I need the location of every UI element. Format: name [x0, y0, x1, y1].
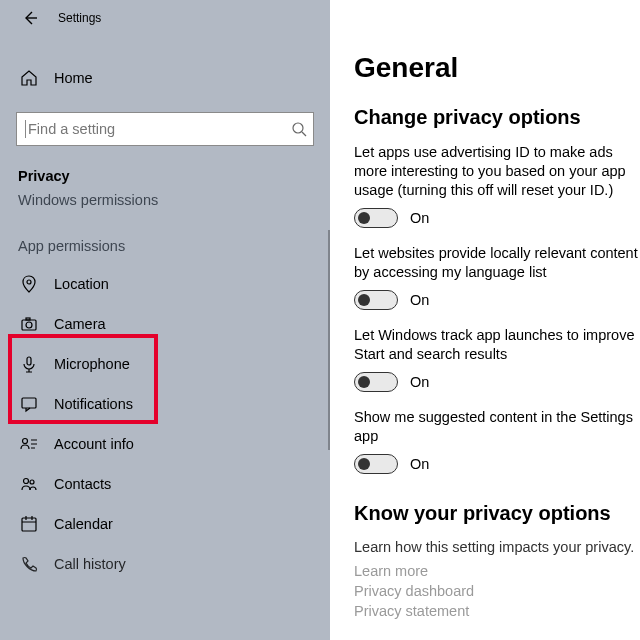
svg-point-1: [27, 280, 31, 284]
sidebar-item-label: Microphone: [54, 356, 130, 372]
section-heading: Change privacy options: [354, 106, 640, 129]
sidebar-item-notifications[interactable]: Notifications: [16, 384, 314, 424]
sidebar-item-camera[interactable]: Camera: [16, 304, 314, 344]
sidebar-item-label: Account info: [54, 436, 134, 452]
option-desc: Let apps use advertising ID to make ads …: [354, 143, 640, 200]
sidebar-item-label: Location: [54, 276, 109, 292]
svg-rect-10: [22, 518, 36, 531]
phone-icon: [18, 555, 40, 573]
svg-point-0: [293, 123, 303, 133]
sidebar-item-label: Calendar: [54, 516, 113, 532]
sidebar: Settings Home Privacy Windows permission…: [0, 0, 330, 640]
location-icon: [18, 275, 40, 293]
category-heading: Privacy: [0, 146, 330, 186]
main-content: General Change privacy options Let apps …: [330, 0, 640, 640]
toggle-state: On: [410, 292, 429, 308]
svg-rect-6: [22, 398, 36, 408]
search-input[interactable]: [28, 121, 291, 137]
back-button[interactable]: [16, 4, 44, 32]
option-desc: Let websites provide locally relevant co…: [354, 244, 640, 282]
sidebar-item-label: Notifications: [54, 396, 133, 412]
sidebar-item-call-history[interactable]: Call history: [16, 544, 314, 584]
scrollbar[interactable]: [328, 230, 330, 450]
svg-point-7: [23, 439, 28, 444]
section-app-permissions: App permissions: [0, 208, 330, 258]
calendar-icon: [18, 515, 40, 533]
microphone-icon: [18, 355, 40, 373]
svg-point-9: [30, 480, 34, 484]
arrow-left-icon: [22, 10, 38, 26]
svg-point-8: [24, 479, 29, 484]
sidebar-item-calendar[interactable]: Calendar: [16, 504, 314, 544]
sidebar-item-label: Call history: [54, 556, 126, 572]
window-title: Settings: [58, 11, 101, 25]
toggle-state: On: [410, 456, 429, 472]
link-privacy-statement[interactable]: Privacy statement: [354, 603, 640, 619]
account-info-icon: [18, 435, 40, 453]
toggle-language-list[interactable]: [354, 290, 398, 310]
sidebar-item-contacts[interactable]: Contacts: [16, 464, 314, 504]
nav-home-label: Home: [54, 70, 93, 86]
option-desc: Show me suggested content in the Setting…: [354, 408, 640, 446]
toggle-advertising-id[interactable]: [354, 208, 398, 228]
option-language-list: Let websites provide locally relevant co…: [354, 244, 640, 310]
sidebar-item-label: Camera: [54, 316, 106, 332]
titlebar: Settings: [0, 0, 330, 36]
svg-point-3: [26, 322, 32, 328]
toggle-state: On: [410, 210, 429, 226]
option-advertising-id: Let apps use advertising ID to make ads …: [354, 143, 640, 228]
text-caret: [25, 120, 26, 138]
search-icon: [291, 121, 307, 137]
know-heading: Know your privacy options: [354, 502, 640, 525]
know-section: Know your privacy options Learn how this…: [354, 502, 640, 619]
link-privacy-dashboard[interactable]: Privacy dashboard: [354, 583, 640, 599]
home-icon: [18, 69, 40, 87]
know-desc: Learn how this setting impacts your priv…: [354, 539, 640, 555]
svg-rect-5: [27, 357, 31, 365]
page-title: General: [354, 52, 640, 84]
option-app-launches: Let Windows track app launches to improv…: [354, 326, 640, 392]
notifications-icon: [18, 395, 40, 413]
search-box[interactable]: [16, 112, 314, 146]
toggle-suggested-content[interactable]: [354, 454, 398, 474]
sidebar-item-account-info[interactable]: Account info: [16, 424, 314, 464]
toggle-app-launches[interactable]: [354, 372, 398, 392]
nav-home[interactable]: Home: [16, 58, 314, 98]
sidebar-item-microphone[interactable]: Microphone: [16, 344, 314, 384]
option-suggested-content: Show me suggested content in the Setting…: [354, 408, 640, 474]
svg-rect-4: [26, 318, 30, 320]
contacts-icon: [18, 475, 40, 493]
camera-icon: [18, 315, 40, 333]
link-learn-more[interactable]: Learn more: [354, 563, 640, 579]
toggle-state: On: [410, 374, 429, 390]
category-sub: Windows permissions: [0, 186, 330, 208]
sidebar-item-location[interactable]: Location: [16, 264, 314, 304]
option-desc: Let Windows track app launches to improv…: [354, 326, 640, 364]
sidebar-item-label: Contacts: [54, 476, 111, 492]
